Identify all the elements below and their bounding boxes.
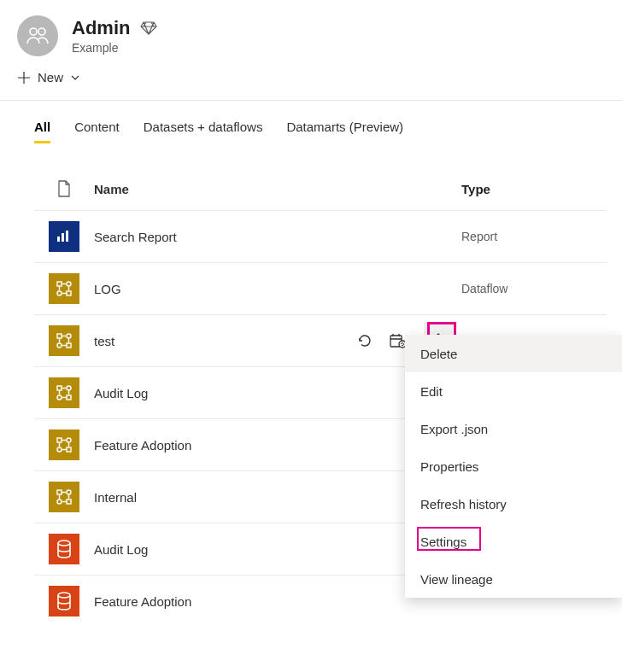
- svg-point-31: [58, 593, 70, 598]
- svg-point-25: [57, 447, 62, 452]
- item-name[interactable]: Feature Adoption: [94, 438, 350, 453]
- dataflow-icon: [34, 325, 94, 356]
- svg-rect-26: [57, 490, 62, 494]
- column-type-header[interactable]: Type: [461, 182, 607, 196]
- svg-point-30: [58, 541, 70, 546]
- item-name[interactable]: test: [94, 334, 350, 348]
- refresh-icon[interactable]: [357, 333, 373, 348]
- svg-rect-27: [67, 500, 71, 504]
- svg-point-1: [38, 28, 45, 35]
- new-button[interactable]: New: [0, 61, 97, 100]
- table-row[interactable]: Search ReportReport: [34, 210, 607, 262]
- svg-rect-4: [66, 231, 68, 242]
- tab-datasets-dataflows[interactable]: Datasets + dataflows: [144, 120, 263, 143]
- table-row[interactable]: LOGDataflow: [34, 262, 607, 314]
- premium-diamond-icon: [140, 21, 157, 35]
- item-name[interactable]: Feature Adoption: [94, 594, 350, 609]
- dataflow-icon: [34, 273, 94, 304]
- tab-all[interactable]: All: [34, 120, 50, 143]
- item-name[interactable]: LOG: [94, 282, 350, 296]
- menu-item-properties[interactable]: Properties: [405, 447, 622, 485]
- svg-rect-9: [57, 334, 62, 338]
- svg-rect-23: [67, 447, 71, 452]
- dataflow-icon: [34, 482, 94, 512]
- svg-rect-10: [67, 343, 71, 348]
- dataflow-icon: [34, 429, 94, 460]
- dataflow-icon: [34, 377, 94, 408]
- tab-content[interactable]: Content: [74, 120, 120, 143]
- svg-point-12: [57, 343, 62, 348]
- item-type: Dataflow: [461, 282, 607, 295]
- svg-point-28: [67, 490, 71, 494]
- item-type: Report: [461, 230, 607, 243]
- item-name[interactable]: Internal: [94, 490, 350, 505]
- datamart-icon: [34, 534, 94, 564]
- svg-point-24: [67, 438, 71, 442]
- menu-item-settings[interactable]: Settings: [405, 523, 622, 560]
- svg-rect-3: [62, 233, 64, 242]
- item-name[interactable]: Search Report: [94, 230, 350, 244]
- table-header: Name Type: [34, 167, 607, 210]
- menu-item-refresh-history[interactable]: Refresh history: [405, 485, 622, 523]
- datamart-icon: [34, 586, 94, 616]
- people-icon: [26, 27, 49, 44]
- svg-point-11: [67, 334, 71, 338]
- context-menu: DeleteEditExport .jsonPropertiesRefresh …: [405, 335, 622, 598]
- svg-rect-19: [67, 395, 71, 400]
- menu-item-export-json[interactable]: Export .json: [405, 410, 622, 447]
- svg-point-21: [57, 395, 62, 400]
- svg-rect-18: [57, 386, 62, 390]
- plus-icon: [17, 71, 31, 85]
- schedule-refresh-icon[interactable]: [390, 333, 407, 348]
- chevron-down-icon: [70, 73, 80, 83]
- svg-point-8: [57, 291, 62, 295]
- report-icon: [34, 221, 94, 252]
- svg-rect-22: [57, 438, 62, 442]
- item-name[interactable]: Audit Log: [94, 386, 350, 400]
- file-icon: [57, 180, 71, 197]
- workspace-title: Admin: [72, 17, 130, 39]
- svg-rect-5: [57, 282, 62, 286]
- svg-point-20: [67, 386, 71, 390]
- workspace-subtitle: Example: [72, 41, 157, 55]
- workspace-avatar: [17, 15, 58, 56]
- menu-item-delete[interactable]: Delete: [405, 335, 622, 372]
- svg-point-7: [67, 282, 71, 286]
- svg-rect-6: [67, 291, 71, 295]
- svg-rect-2: [57, 237, 60, 242]
- item-name[interactable]: Audit Log: [94, 542, 350, 557]
- menu-item-edit[interactable]: Edit: [405, 372, 622, 410]
- svg-point-0: [30, 28, 37, 35]
- svg-point-29: [57, 500, 62, 504]
- new-button-label: New: [38, 70, 63, 85]
- tab-datamarts-preview-[interactable]: Datamarts (Preview): [286, 120, 403, 143]
- menu-item-view-lineage[interactable]: View lineage: [405, 560, 622, 598]
- tabs: AllContentDatasets + dataflowsDatamarts …: [34, 101, 607, 143]
- column-name-header[interactable]: Name: [94, 182, 350, 196]
